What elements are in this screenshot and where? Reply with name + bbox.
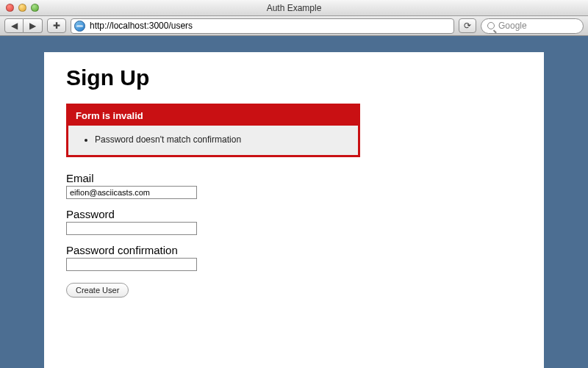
- nav-button-group: ◀ ▶: [4, 18, 43, 33]
- window-titlebar: Auth Example: [0, 0, 588, 16]
- input-password[interactable]: [66, 222, 197, 235]
- submit-label: Create User: [76, 286, 119, 295]
- plus-icon: ✚: [53, 21, 60, 31]
- minimize-window-button[interactable]: [18, 4, 26, 12]
- field-password: Password: [66, 208, 522, 235]
- url-input[interactable]: [88, 20, 451, 32]
- page-heading: Sign Up: [66, 65, 522, 90]
- browser-viewport: Sign Up Form is invalid Password doesn't…: [0, 36, 588, 368]
- search-icon: [487, 22, 495, 29]
- back-icon: ◀: [11, 21, 18, 31]
- error-list-item: Password doesn't match confirmation: [95, 134, 352, 145]
- forward-icon: ▶: [29, 21, 36, 31]
- label-password: Password: [66, 208, 522, 220]
- forward-button[interactable]: ▶: [24, 18, 43, 33]
- reload-button[interactable]: ⟳: [459, 18, 476, 33]
- input-password-confirmation[interactable]: [66, 258, 197, 271]
- error-flash-title: Form is invalid: [68, 106, 358, 126]
- page-content: Sign Up Form is invalid Password doesn't…: [44, 52, 544, 368]
- reload-icon: ⟳: [464, 21, 471, 31]
- error-list: Password doesn't match confirmation: [74, 134, 352, 145]
- close-window-button[interactable]: [6, 4, 14, 12]
- site-favicon-icon: [74, 21, 85, 32]
- label-email: Email: [66, 172, 522, 184]
- create-user-button[interactable]: Create User: [66, 283, 129, 297]
- error-flash: Form is invalid Password doesn't match c…: [66, 104, 360, 157]
- field-email: Email: [66, 172, 522, 199]
- back-button[interactable]: ◀: [4, 18, 24, 33]
- error-flash-body: Password doesn't match confirmation: [68, 126, 358, 155]
- add-bookmark-button[interactable]: ✚: [47, 18, 66, 33]
- zoom-window-button[interactable]: [31, 4, 39, 12]
- address-bar[interactable]: [71, 18, 454, 34]
- field-password-confirmation: Password confirmation: [66, 244, 522, 271]
- window-controls: [0, 4, 39, 12]
- search-placeholder: Google: [498, 21, 527, 31]
- label-password-confirmation: Password confirmation: [66, 244, 522, 256]
- input-email[interactable]: [66, 186, 197, 199]
- browser-toolbar: ◀ ▶ ✚ ⟳ Google: [0, 16, 588, 36]
- search-box[interactable]: Google: [481, 18, 584, 34]
- window-title: Auth Example: [0, 3, 588, 13]
